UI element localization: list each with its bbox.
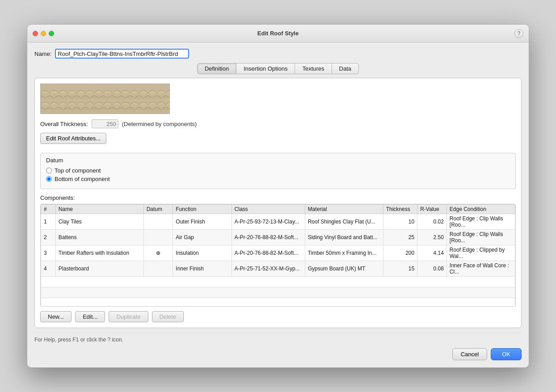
delete-button[interactable]: Delete (152, 311, 184, 322)
thickness-label: Overall Thickness: (40, 121, 88, 127)
main-window: Edit Roof Style ? Name: Definition Inser… (27, 24, 529, 368)
help-text: For Help, press F1 or click the ? icon. (34, 333, 522, 343)
datum-bottom-radio[interactable] (46, 176, 52, 182)
cell-material-1: Roof Shingles Clay Flat (U... (305, 214, 383, 230)
tab-container: Definition Insertion Options Textures Da… (197, 63, 359, 74)
col-header-class: Class (232, 205, 305, 214)
edit-button[interactable]: Edit... (75, 311, 105, 322)
cell-name-2: Battens (55, 230, 143, 245)
cell-thickness-2: 25 (383, 230, 417, 245)
name-input[interactable] (55, 49, 189, 59)
col-header-material: Material (305, 205, 383, 214)
datum-top-label[interactable]: Top of component (55, 167, 101, 174)
datum-top-radio[interactable] (46, 168, 52, 173)
bottom-buttons-row: Cancel OK (34, 348, 522, 360)
maximize-button[interactable] (49, 31, 54, 36)
cell-function-2: Air Gap (173, 230, 232, 245)
datum-section: Datum Top of component Bottom of compone… (40, 153, 516, 189)
cell-rvalue-1: 0.02 (417, 214, 447, 230)
components-table-wrapper: # Name Datum Function Class Material Thi… (40, 204, 516, 307)
cell-rvalue-4: 0.08 (417, 261, 447, 277)
cell-datum-3: ⊕ (143, 245, 173, 261)
table-row[interactable]: 3 Timber Rafters with Insulation ⊕ Insul… (41, 245, 515, 261)
edit-roof-attributes-button[interactable]: Edit Roof Attributes... (40, 133, 106, 144)
col-header-thickness: Thickness (383, 205, 417, 214)
cell-function-1: Outer Finish (173, 214, 232, 230)
duplicate-button[interactable]: Duplicate (109, 311, 148, 322)
cell-function-4: Inner Finish (173, 261, 232, 277)
table-row-empty (41, 298, 515, 307)
cell-edge-3: Roof Edge : Clipped by Wal... (446, 245, 515, 261)
cell-num-3: 3 (41, 245, 56, 261)
tab-insertion-options[interactable]: Insertion Options (236, 63, 295, 74)
cell-thickness-4: 15 (383, 261, 417, 277)
cell-class-2: A-Pr-20-76-88-82-M-Soft... (232, 230, 305, 245)
cell-datum-1 (143, 214, 173, 230)
col-header-name: Name (55, 205, 143, 214)
table-row-empty (41, 277, 515, 287)
datum-title: Datum (46, 157, 510, 164)
ok-button[interactable]: OK (491, 348, 522, 360)
minimize-button[interactable] (41, 31, 46, 36)
thickness-row: Overall Thickness: (Determined by compon… (40, 119, 516, 128)
tabs-row: Definition Insertion Options Textures Da… (34, 63, 522, 74)
cell-name-3: Timber Rafters with Insulation (55, 245, 143, 261)
cell-name-4: Plasterboard (55, 261, 143, 277)
components-table: # Name Datum Function Class Material Thi… (41, 204, 515, 307)
cell-class-4: A-Pr-25-71-52-XX-M-Gyp... (232, 261, 305, 277)
tab-textures[interactable]: Textures (295, 63, 332, 74)
new-button[interactable]: New... (40, 311, 72, 322)
cell-material-4: Gypsum Board (UK) MT (305, 261, 383, 277)
col-header-function: Function (173, 205, 232, 214)
cell-edge-4: Inner Face of Wall Core : Cl... (446, 261, 515, 277)
cell-material-2: Siding Vinyl Board and Batt... (305, 230, 383, 245)
cell-class-1: A-Pr-25-93-72-13-M-Clay... (232, 214, 305, 230)
main-panel: Overall Thickness: (Determined by compon… (34, 78, 522, 328)
table-row[interactable]: 1 Clay Tiles Outer Finish A-Pr-25-93-72-… (41, 214, 515, 230)
datum-top-row: Top of component (46, 167, 510, 174)
tab-definition[interactable]: Definition (197, 63, 236, 74)
col-header-datum: Datum (143, 205, 173, 214)
tab-data[interactable]: Data (332, 63, 359, 74)
cell-function-3: Insulation (173, 245, 232, 261)
window-title: Edit Roof Style (257, 30, 299, 37)
cell-rvalue-3: 4.14 (417, 245, 447, 261)
cell-num-1: 1 (41, 214, 56, 230)
help-icon[interactable]: ? (514, 29, 523, 38)
thickness-note: (Determined by components) (122, 121, 197, 127)
window-content: Name: Definition Insertion Options Textu… (27, 42, 529, 367)
preview-section (40, 84, 516, 114)
cell-edge-2: Roof Edge : Clip Walls [Roo... (446, 230, 515, 245)
components-title: Components: (40, 194, 516, 201)
col-header-edge: Edge Condition (446, 205, 515, 214)
cell-num-2: 2 (41, 230, 56, 245)
action-buttons-row: New... Edit... Duplicate Delete (40, 311, 516, 322)
table-row[interactable]: 4 Plasterboard Inner Finish A-Pr-25-71-5… (41, 261, 515, 277)
name-label: Name: (34, 51, 51, 57)
roof-preview (40, 84, 170, 114)
cell-thickness-3: 200 (383, 245, 417, 261)
datum-bottom-row: Bottom of component (46, 176, 510, 182)
name-row: Name: (34, 49, 522, 59)
thickness-input (92, 119, 118, 128)
cell-material-3: Timber 50mm x Framing In... (305, 245, 383, 261)
cell-edge-1: Roof Edge : Clip Walls [Roo... (446, 214, 515, 230)
close-button[interactable] (33, 31, 38, 36)
cell-class-3: A-Pr-20-76-88-82-M-Soft... (232, 245, 305, 261)
cell-datum-4 (143, 261, 173, 277)
cell-rvalue-2: 2.50 (417, 230, 447, 245)
traffic-lights (33, 31, 54, 36)
col-header-num: # (41, 205, 56, 214)
title-bar: Edit Roof Style ? (27, 25, 529, 42)
table-row[interactable]: 2 Battens Air Gap A-Pr-20-76-88-82-M-Sof… (41, 230, 515, 245)
cell-datum-2 (143, 230, 173, 245)
table-row-empty (41, 287, 515, 298)
cancel-button[interactable]: Cancel (452, 348, 487, 360)
col-header-rvalue: R-Value (417, 205, 447, 214)
cell-thickness-1: 10 (383, 214, 417, 230)
datum-bottom-label[interactable]: Bottom of component (55, 176, 110, 182)
cell-num-4: 4 (41, 261, 56, 277)
cell-name-1: Clay Tiles (55, 214, 143, 230)
